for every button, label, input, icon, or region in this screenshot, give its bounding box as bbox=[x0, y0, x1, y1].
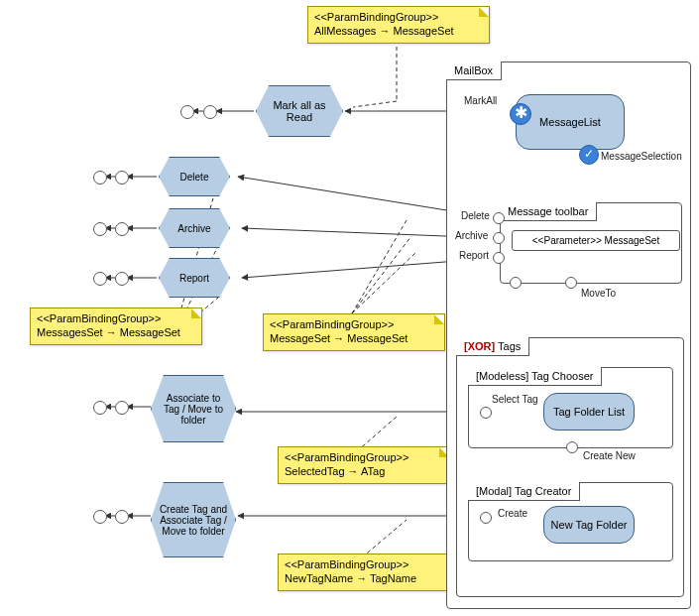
frame-title: [XOR] Tags bbox=[456, 337, 529, 356]
terminal-port bbox=[93, 272, 107, 286]
terminal-port bbox=[93, 222, 107, 236]
label-select-tag: Select Tag bbox=[492, 394, 538, 405]
port-delete bbox=[493, 212, 505, 224]
note-pb-messageset: <<ParamBindingGroup>> MessageSet → Messa… bbox=[263, 313, 445, 351]
note-pb-selectedtag: <<ParamBindingGroup>> SelectedTag → ATag bbox=[278, 446, 450, 484]
action-markall: Mark all as Read bbox=[256, 85, 343, 137]
terminal-port bbox=[115, 510, 129, 524]
terminal-port bbox=[115, 272, 129, 286]
terminal-port bbox=[115, 401, 129, 415]
label-archive: Archive bbox=[455, 230, 488, 241]
action-delete: Delete bbox=[159, 157, 230, 196]
label-delete: Delete bbox=[461, 210, 490, 221]
action-associate-tag: Associate to Tag / Move to folder bbox=[151, 375, 236, 442]
label-create-new: Create New bbox=[583, 450, 636, 461]
note-pb-newtagname: <<ParamBindingGroup>> NewTagName → TagNa… bbox=[278, 554, 460, 591]
terminal-port bbox=[93, 171, 107, 185]
node-tag-folder-list: Tag Folder List bbox=[543, 393, 635, 431]
terminal-port bbox=[115, 171, 129, 185]
port-report bbox=[493, 252, 505, 264]
action-archive: Archive bbox=[159, 208, 230, 248]
param-messageset: <<Parameter>> MessageSet bbox=[512, 230, 680, 251]
frame-title: Message toolbar bbox=[500, 202, 597, 221]
action-report: Report bbox=[159, 258, 230, 298]
terminal-port bbox=[93, 401, 107, 415]
node-new-tag-folder: New Tag Folder bbox=[543, 506, 635, 544]
port-create-new bbox=[566, 441, 578, 453]
port-archive bbox=[493, 232, 505, 244]
frame-title: [Modeless] Tag Chooser bbox=[468, 367, 602, 386]
check-badge-icon: ✓ bbox=[579, 145, 599, 165]
terminal-port bbox=[180, 105, 194, 119]
node-messagelist: MessageList bbox=[516, 94, 625, 150]
action-create-tag: Create Tag and Associate Tag / Move to f… bbox=[151, 482, 236, 557]
label-messageselection: MessageSelection bbox=[601, 151, 682, 162]
note-pb-messagesset: <<ParamBindingGroup>> MessagesSet → Mess… bbox=[30, 308, 202, 345]
frame-title: [Modal] Tag Creator bbox=[468, 482, 580, 501]
label-moveto: MoveTo bbox=[581, 288, 616, 299]
label-report: Report bbox=[459, 250, 489, 261]
terminal-port bbox=[93, 510, 107, 524]
frame-title: MailBox bbox=[446, 62, 502, 80]
default-badge-icon: ✱ bbox=[510, 103, 531, 125]
terminal-port bbox=[115, 222, 129, 236]
label-create: Create bbox=[498, 508, 527, 519]
note-pb-allmessages: <<ParamBindingGroup>> AllMessages → Mess… bbox=[307, 6, 490, 44]
port-create bbox=[480, 512, 492, 524]
terminal-port bbox=[203, 105, 217, 119]
label-markall: MarkAll bbox=[464, 95, 497, 106]
port-moveto-2 bbox=[565, 277, 577, 289]
port-select-tag bbox=[480, 407, 492, 419]
port-moveto bbox=[510, 277, 522, 289]
